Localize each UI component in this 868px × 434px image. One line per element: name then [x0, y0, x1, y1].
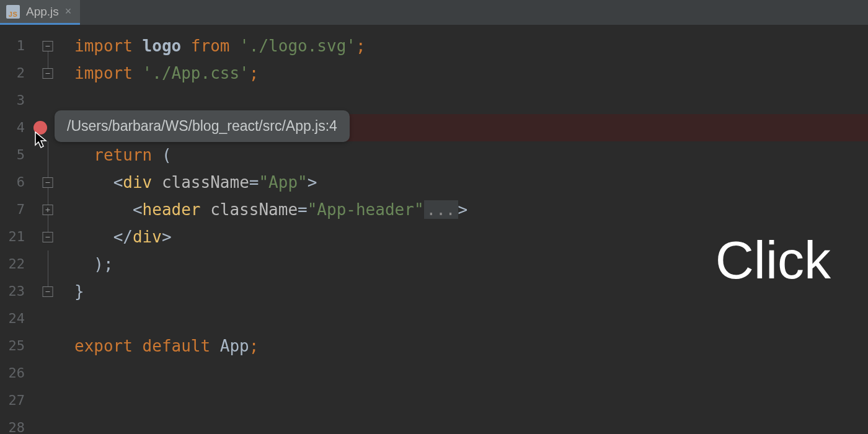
- fold-toggle-icon[interactable]: [43, 177, 53, 188]
- line-number[interactable]: 1: [0, 32, 31, 60]
- js-file-icon: JS: [6, 5, 20, 19]
- code-line[interactable]: [65, 414, 868, 434]
- fold-toggle-icon[interactable]: [43, 286, 53, 297]
- close-icon[interactable]: ×: [65, 5, 72, 18]
- code-line[interactable]: import logo from './logo.svg';: [65, 32, 868, 60]
- line-number[interactable]: 2: [0, 60, 31, 87]
- line-number-gutter[interactable]: 1 2 3 4 5 6 7 21 22 23 24 25 26 27 28: [0, 25, 31, 434]
- line-number[interactable]: 24: [0, 305, 31, 332]
- fold-gutter[interactable]: [31, 25, 65, 434]
- tab-bar: JS App.js ×: [0, 0, 868, 25]
- line-number[interactable]: 3: [0, 87, 31, 114]
- code-line[interactable]: export default App;: [65, 332, 868, 360]
- fold-toggle-icon[interactable]: [43, 41, 53, 51]
- line-number[interactable]: 25: [0, 332, 31, 360]
- mouse-cursor-icon: [35, 131, 50, 150]
- line-number[interactable]: 26: [0, 360, 31, 387]
- line-number[interactable]: 4: [0, 114, 31, 141]
- code-line[interactable]: <div className="App">: [65, 169, 868, 196]
- fold-expand-icon[interactable]: [43, 205, 53, 215]
- line-number[interactable]: 22: [0, 250, 31, 278]
- fold-toggle-icon[interactable]: [43, 68, 53, 79]
- line-number[interactable]: 23: [0, 278, 31, 305]
- code-line[interactable]: [65, 360, 868, 387]
- breakpoint-tooltip: /Users/barbara/WS/blog_react/src/App.js:…: [55, 110, 350, 142]
- code-line[interactable]: <header className="App-header"...>: [65, 196, 868, 223]
- code-line[interactable]: [65, 305, 868, 332]
- line-number[interactable]: 27: [0, 387, 31, 414]
- code-line[interactable]: import './App.css';: [65, 60, 868, 87]
- line-number[interactable]: 5: [0, 141, 31, 169]
- line-number[interactable]: 7: [0, 196, 31, 223]
- code-line[interactable]: [65, 387, 868, 414]
- line-number[interactable]: 28: [0, 414, 31, 434]
- annotation-click-label: Click: [715, 229, 831, 291]
- tab-title: App.js: [26, 5, 59, 19]
- folded-code-indicator[interactable]: ...: [424, 200, 458, 219]
- line-number[interactable]: 21: [0, 223, 31, 250]
- file-tab[interactable]: JS App.js ×: [0, 0, 80, 25]
- code-line[interactable]: return (: [65, 141, 868, 169]
- line-number[interactable]: 6: [0, 169, 31, 196]
- fold-toggle-icon[interactable]: [43, 232, 53, 242]
